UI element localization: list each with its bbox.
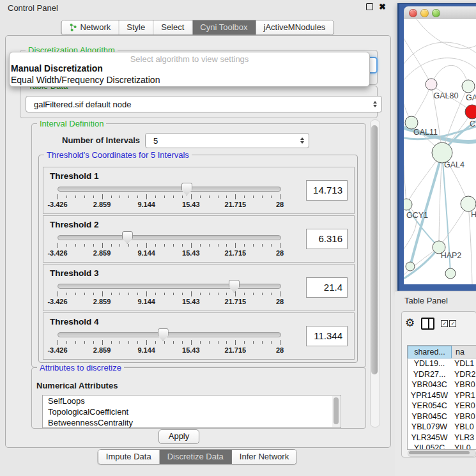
table-row[interactable]: YLR345WYLR3 — [408, 433, 476, 443]
scale-label: 28 — [276, 346, 284, 354]
control-panel: Control Panel ✖ NetworkStyleSelectCyni T… — [0, 0, 395, 476]
threshold-slider-thumb[interactable] — [181, 183, 192, 196]
threshold-slider-track[interactable] — [58, 187, 281, 192]
number-of-intervals-combobox[interactable]: 5 — [145, 133, 309, 148]
network-window-titlebar[interactable] — [404, 6, 476, 20]
table-row[interactable]: YDL19...YDL1 — [408, 358, 476, 369]
tick-mark — [218, 341, 219, 344]
algorithm-option[interactable]: Manual Discretization — [11, 63, 103, 73]
tick-mark — [128, 293, 129, 295]
threshold-row: Threshold 3-3.4262.8599.14415.4321.71528… — [43, 264, 355, 311]
threshold-slider-track[interactable] — [58, 332, 281, 337]
network-canvas[interactable]: GAL80GACGAL11GAL4GCY1HHAP2 — [404, 19, 476, 284]
tick-mark — [271, 293, 272, 295]
algorithm-option[interactable]: Equal Width/Frequency Discretization — [11, 75, 160, 85]
threshold-slider-track[interactable] — [58, 235, 281, 240]
attributes-scrollbar[interactable] — [332, 396, 340, 427]
tick-mark — [137, 244, 138, 247]
tick-mark — [271, 341, 272, 344]
threshold-slider-thumb[interactable] — [158, 328, 169, 341]
network-node-label: H — [471, 210, 476, 219]
threshold-slider-thumb[interactable] — [229, 280, 240, 293]
tab-discretize-data[interactable]: Discretize Data — [160, 450, 232, 464]
column-header-name[interactable]: na — [452, 346, 476, 358]
tab-network[interactable]: Network — [62, 20, 119, 35]
threshold-value-field[interactable]: 11.344 — [306, 326, 348, 346]
panel-scrollbar-thumb[interactable] — [371, 125, 378, 374]
tick-mark — [191, 340, 192, 345]
network-node[interactable] — [404, 199, 412, 210]
tick-mark — [66, 196, 67, 198]
node-table: shared...na YDL19...YDL1YDR27...YDR2YBR0… — [407, 345, 476, 450]
network-node[interactable] — [465, 105, 476, 119]
tick-mark — [209, 196, 210, 198]
slider-scale: -3.4262.8599.14415.4321.71528 — [58, 298, 280, 305]
tick-mark — [173, 341, 174, 344]
float-window-icon[interactable] — [366, 3, 373, 10]
table-row[interactable]: YDR27...YDR2 — [408, 369, 476, 380]
column-checkboxes[interactable]: ✓ ✓ — [441, 320, 456, 327]
cell-name: YBR0 — [451, 380, 476, 390]
close-icon[interactable]: ✖ — [379, 3, 386, 10]
tab-jactivemnodules[interactable]: jActiveMNodules — [256, 20, 334, 35]
tick-mark — [111, 293, 112, 295]
table-row[interactable]: YPR145WYPR1 — [408, 390, 476, 401]
scale-label: 21.715 — [225, 201, 247, 208]
threshold-value-field[interactable]: 14.713 — [306, 180, 348, 201]
zoom-traffic-light-icon[interactable] — [432, 9, 440, 17]
table-row[interactable]: YBR045CYBR0 — [408, 411, 476, 422]
tick-mark — [253, 244, 254, 247]
apply-button[interactable]: Apply — [158, 429, 199, 444]
cell-shared-name: YLR345W — [408, 433, 451, 443]
column-header-shared-name[interactable]: shared... — [408, 346, 452, 358]
minimize-traffic-light-icon[interactable] — [420, 9, 429, 17]
threshold-slider-track[interactable] — [58, 284, 281, 289]
table-row[interactable]: YBR043CYBR0 — [408, 380, 476, 390]
threshold-row: Threshold 2-3.4262.8599.14415.4321.71528… — [43, 215, 355, 263]
scale-label: 9.144 — [137, 298, 155, 305]
threshold-value-field[interactable]: 21.4 — [306, 277, 348, 298]
attribute-list-item[interactable]: TopologicalCoefficient — [43, 406, 341, 417]
network-node[interactable] — [426, 79, 437, 90]
control-panel-title: Control Panel — [8, 3, 58, 13]
tick-mark — [200, 244, 201, 247]
close-traffic-light-icon[interactable] — [409, 9, 417, 17]
tick-mark — [58, 291, 58, 296]
tick-mark — [182, 244, 183, 247]
tick-mark — [209, 293, 210, 295]
network-node[interactable] — [462, 80, 475, 93]
tab-select[interactable]: Select — [153, 20, 192, 35]
tick-mark — [191, 194, 192, 199]
network-node[interactable] — [406, 262, 415, 271]
tick-mark — [66, 293, 67, 295]
table-row[interactable]: YER054CYER0 — [408, 401, 476, 411]
numerical-attributes-list[interactable]: SelfLoopsTopologicalCoefficientBetweenne… — [42, 395, 341, 428]
tick-mark — [262, 196, 263, 198]
tick-mark — [137, 341, 138, 344]
table-data-combobox[interactable]: galFiltered.sif default node — [26, 96, 382, 112]
table-row[interactable]: YBL079WYBL0 — [408, 422, 476, 433]
attribute-list-item[interactable]: SelfLoops — [43, 395, 341, 406]
table-row[interactable]: YIL052CYIL0 — [408, 443, 476, 450]
tab-style[interactable]: Style — [119, 20, 153, 35]
split-columns-icon[interactable] — [421, 318, 434, 330]
checkbox-icon[interactable]: ✓ — [449, 320, 456, 327]
tab-cyni-toolbox[interactable]: Cyni Toolbox — [192, 20, 256, 35]
tick-mark — [58, 194, 58, 199]
attribute-list-item[interactable]: BetweennessCentrality — [43, 417, 341, 428]
tick-mark — [66, 341, 67, 344]
gear-icon[interactable]: ⚙ — [405, 318, 415, 328]
network-node[interactable] — [461, 196, 476, 211]
network-edge — [404, 160, 406, 204]
tab-infer-network[interactable]: Infer Network — [232, 450, 296, 464]
network-node[interactable] — [445, 268, 456, 279]
checkbox-icon[interactable]: ✓ — [441, 320, 448, 327]
network-node[interactable] — [405, 116, 418, 129]
panel-scrollbar[interactable] — [370, 119, 380, 427]
threshold-value-field[interactable]: 6.316 — [306, 229, 348, 249]
tab-impute-data[interactable]: Impute Data — [98, 450, 160, 464]
table-hscrollbar[interactable] — [408, 450, 476, 457]
slider-ticks — [58, 340, 280, 346]
threshold-slider-thumb[interactable] — [122, 231, 133, 244]
tick-mark — [209, 244, 210, 247]
